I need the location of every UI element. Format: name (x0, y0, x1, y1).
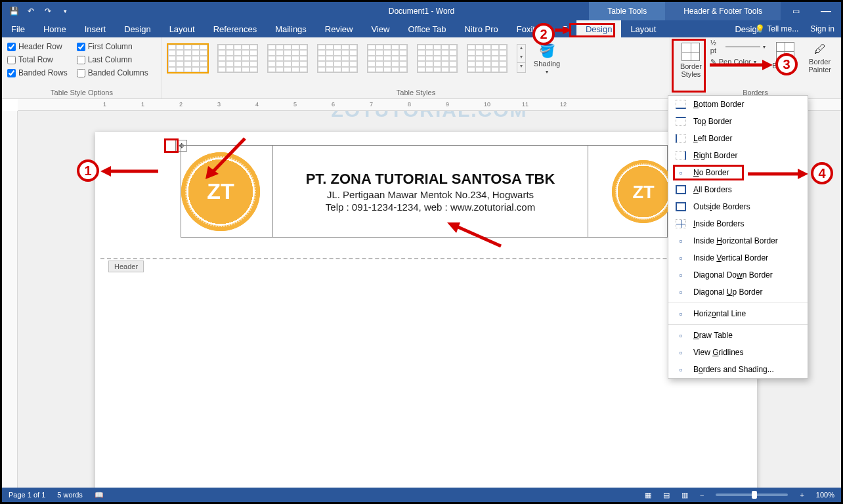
tab-design[interactable]: Design (115, 20, 160, 37)
header-table[interactable]: ZT PT. ZONA TUTORIAL SANTOSA TBK JL. Per… (181, 145, 668, 238)
border-menu-item[interactable]: Bottom Border (668, 96, 808, 113)
zoom-out-icon[interactable]: − (700, 491, 704, 499)
pen-weight[interactable]: ½ pt▾ (710, 40, 766, 53)
redo-icon[interactable]: ↷ (40, 3, 56, 19)
border-menu-item[interactable]: ▫Inside Horizontal Border (668, 232, 808, 249)
context-tab-header-footer-tools: Header & Footer Tools (665, 2, 781, 20)
page[interactable]: ✥ ZT PT. ZONA TUTORIAL SANTOSA TBK JL. P… (95, 132, 757, 488)
check-first-col[interactable]: First Column (77, 40, 148, 53)
group-table-style-options: Table Style Options (7, 89, 156, 98)
logo-badge: ZT (612, 160, 675, 223)
border-menu-item[interactable]: ▫Diagonal Down Border (668, 266, 808, 284)
table-style-thumb[interactable] (467, 44, 508, 73)
tab-nitro-pro[interactable]: Nitro Pro (455, 20, 507, 37)
check-last-col[interactable]: Last Column (77, 53, 148, 66)
undo-icon[interactable]: ↶ (23, 3, 39, 19)
border-menu-item[interactable]: Outside Borders (668, 198, 808, 215)
border-menu-item[interactable]: All Borders (668, 181, 808, 198)
border-menu-item[interactable]: Right Border (668, 147, 808, 164)
annotation-box-move-handle (164, 138, 179, 153)
table-style-thumb[interactable] (317, 44, 358, 73)
company-address: JL. Pertigaan Mawar Mentok No.234, Hogwa… (281, 189, 580, 200)
svg-marker-1 (100, 166, 111, 177)
border-menu-item[interactable]: ▫Inside Vertical Border (668, 249, 808, 266)
arrow-1b (199, 133, 251, 186)
border-menu-item[interactable]: Top Border (668, 113, 808, 130)
table-style-thumb[interactable] (267, 44, 308, 73)
border-menu-item[interactable]: ▫Horizontal Line (668, 305, 808, 322)
tab-mailings[interactable]: Mailings (266, 20, 316, 37)
table-style-thumb[interactable] (367, 44, 408, 73)
sign-in-link[interactable]: Sign in (810, 24, 834, 33)
save-icon[interactable]: 💾 (6, 3, 22, 19)
title-bar: 💾 ↶ ↷ ▾ Document1 - Word Table Tools Hea… (2, 2, 841, 20)
tell-me[interactable]: 💡 Tell me... (755, 24, 798, 33)
svg-marker-7 (762, 60, 773, 70)
border-menu-item[interactable]: Inside Borders (668, 215, 808, 232)
callout-1: 1 (77, 159, 99, 182)
border-menu-item[interactable]: ▫View Gridlines (668, 344, 808, 361)
minimize-icon[interactable]: — (811, 2, 841, 20)
view-print-icon[interactable]: ▤ (663, 491, 670, 499)
border-menu-item[interactable]: Left Border (668, 130, 808, 147)
check-header-row[interactable]: Header Row (7, 40, 68, 53)
arrow-3 (708, 58, 774, 72)
company-text-cell[interactable]: PT. ZONA TUTORIAL SANTOSA TBK JL. Pertig… (273, 146, 588, 238)
tab-file[interactable]: File (2, 20, 34, 37)
border-menu-item[interactable]: ▫Borders and Shading... (668, 361, 808, 378)
group-table-styles: Table Styles (167, 89, 664, 98)
zoom-slider[interactable] (716, 494, 788, 496)
header-tag: Header (108, 261, 144, 272)
ruler-vertical[interactable] (2, 111, 18, 488)
view-read-icon[interactable]: ▦ (645, 491, 651, 499)
check-banded-cols[interactable]: Banded Columns (77, 66, 148, 79)
annotation-box-borders-button (672, 39, 706, 93)
status-words[interactable]: 5 words (57, 491, 83, 499)
tab-insert[interactable]: Insert (76, 20, 116, 37)
window-title: Document1 - Word (389, 7, 454, 16)
annotation-box-design-tab (569, 23, 615, 37)
company-contact: Telp : 091-1234-1234, web : www.zotutori… (281, 201, 580, 213)
tab-review[interactable]: Review (316, 20, 362, 37)
company-name: PT. ZONA TUTORIAL SANTOSA TBK (281, 171, 580, 188)
arrow-center (442, 219, 508, 251)
callout-3: 3 (775, 53, 798, 75)
annotation-box-no-border (673, 165, 744, 180)
arrow-4 (746, 167, 810, 180)
check-total-row[interactable]: Total Row (7, 53, 68, 66)
qat-more-icon[interactable]: ▾ (57, 3, 73, 19)
zoom-in-icon[interactable]: + (800, 491, 804, 499)
tab-references[interactable]: References (204, 20, 266, 37)
tab-table-layout[interactable]: Layout (621, 20, 665, 37)
watermark: ZOTUTORIAL.COM (331, 111, 527, 121)
gallery-more-icon[interactable]: ▴▾▾ (517, 44, 526, 73)
tab-layout[interactable]: Layout (160, 20, 204, 37)
borders-dropdown: Bottom BorderTop BorderLeft BorderRight … (668, 95, 808, 379)
callout-2: 2 (532, 23, 555, 45)
table-style-thumb[interactable] (167, 44, 208, 73)
arrow-1 (99, 162, 165, 182)
table-style-thumb[interactable] (217, 44, 258, 73)
border-menu-item[interactable]: ▫Draw Table (668, 327, 808, 344)
status-bar: Page 1 of 1 5 words 📖 ▦ ▤ ▥ − + 100% (2, 488, 841, 502)
svg-marker-9 (798, 169, 808, 179)
tab-view[interactable]: View (362, 20, 399, 37)
table-style-thumb[interactable] (417, 44, 458, 73)
check-banded-rows[interactable]: Banded Rows (7, 66, 68, 79)
status-page[interactable]: Page 1 of 1 (9, 491, 45, 499)
tab-home[interactable]: Home (34, 20, 76, 37)
ribbon-display-icon[interactable]: ▭ (781, 2, 811, 20)
border-menu-item[interactable]: ▫Diagonal Up Border (668, 284, 808, 301)
tab-office-tab[interactable]: Office Tab (399, 20, 455, 37)
logo-cell-right[interactable]: ZT (588, 146, 668, 238)
view-web-icon[interactable]: ▥ (681, 491, 688, 499)
quick-access-toolbar: 💾 ↶ ↷ ▾ (2, 3, 73, 19)
border-painter-button[interactable]: 🖊 Border Painter (804, 40, 835, 74)
svg-line-10 (454, 225, 501, 246)
table-styles-gallery[interactable]: ▴▾▾ (167, 40, 526, 73)
context-tab-table-tools: Table Tools (589, 2, 665, 20)
zoom-level[interactable]: 100% (816, 491, 834, 499)
status-proofing-icon[interactable]: 📖 (95, 491, 104, 499)
callout-4: 4 (811, 162, 833, 184)
ribbon-tabs: File Home Insert Design Layout Reference… (2, 20, 841, 37)
